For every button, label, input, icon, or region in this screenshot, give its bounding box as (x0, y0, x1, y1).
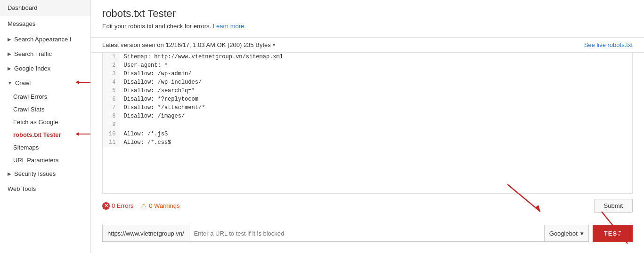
chevron-right-icon: ▶ (8, 171, 11, 176)
main-content: robots.txt Tester Edit your robots.txt a… (91, 0, 644, 253)
chevron-right-icon: ▶ (8, 66, 11, 71)
sidebar-item-search-traffic[interactable]: ▶ Search Traffic (0, 47, 90, 61)
error-icon: ✕ (102, 202, 110, 210)
code-line: 9 (103, 120, 632, 130)
test-arrow-annotation (587, 207, 635, 249)
sidebar-item-crawl-errors[interactable]: Crawl Errors (0, 90, 90, 103)
chevron-down-icon: ▾ (580, 230, 584, 237)
code-editor: 1Sitemap: http://www.vietnetgroup.vn/sit… (102, 53, 633, 194)
code-line: 11Allow: /*.css$ (103, 138, 632, 147)
submit-arrow-annotation (493, 180, 550, 217)
code-line: 10Allow: /*.js$ (103, 130, 632, 138)
code-line: 1Sitemap: http://www.vietnetgroup.vn/sit… (103, 53, 632, 61)
status-bar: ✕ 0 Errors ⚠ 0 Warnings Submit (91, 194, 644, 217)
page-title: robots.txt Tester (102, 8, 633, 20)
sidebar: Dashboard Messages ▶ Search Appearance i… (0, 0, 91, 253)
code-line: 7Disallow: */attachment/* (103, 103, 632, 112)
learn-more-link[interactable]: Learn more. (213, 23, 246, 30)
code-line: 6Disallow: *?replytocom (103, 95, 632, 103)
code-table: 1Sitemap: http://www.vietnetgroup.vn/sit… (103, 53, 632, 147)
version-info: Latest version seen on 12/16/17, 1:03 AM… (102, 41, 275, 48)
page-subtitle: Edit your robots.txt and check for error… (102, 23, 633, 30)
sidebar-item-crawl-stats[interactable]: Crawl Stats (0, 103, 90, 116)
version-bar: Latest version seen on 12/16/17, 1:03 AM… (91, 37, 644, 53)
code-line: 5Disallow: /search?q=* (103, 87, 632, 95)
sidebar-item-url-parameters[interactable]: URL Parameters (0, 154, 90, 166)
sidebar-item-security-issues[interactable]: ▶ Security Issues (0, 166, 90, 181)
red-arrow-annotation-active (74, 130, 91, 138)
sidebar-item-search-appearance[interactable]: ▶ Search Appearance i (0, 32, 90, 47)
warnings-badge: ⚠ 0 Warnings (141, 202, 179, 210)
url-input[interactable] (189, 225, 545, 242)
svg-marker-5 (535, 205, 540, 212)
page-header: robots.txt Tester Edit your robots.txt a… (91, 0, 644, 30)
code-line: 8Disallow: /images/ (103, 112, 632, 120)
chevron-right-icon: ▶ (8, 51, 11, 56)
chevron-right-icon: ▶ (8, 37, 11, 42)
errors-badge: ✕ 0 Errors (102, 202, 133, 210)
code-line: 2User-agent: * (103, 61, 632, 70)
error-warning-group: ✕ 0 Errors ⚠ 0 Warnings (102, 202, 180, 210)
url-test-bar: https://www.vietnetgroup.vn/ Googlebot ▾… (102, 225, 633, 242)
sidebar-item-sitemaps[interactable]: Sitemaps (0, 141, 90, 154)
svg-marker-3 (75, 132, 79, 136)
sidebar-item-robots-txt-tester[interactable]: robots.txt Tester (0, 128, 90, 141)
warning-triangle-icon: ⚠ (141, 202, 147, 210)
version-dropdown-icon[interactable]: ▾ (273, 42, 275, 47)
sidebar-item-google-index[interactable]: ▶ Google Index (0, 61, 90, 76)
code-line: 3Disallow: /wp-admin/ (103, 70, 632, 78)
sidebar-item-dashboard[interactable]: Dashboard (0, 0, 90, 16)
info-icon[interactable]: i (70, 36, 71, 43)
googlebot-select[interactable]: Googlebot ▾ (545, 225, 589, 242)
svg-marker-1 (75, 80, 79, 84)
sidebar-item-web-tools[interactable]: Web Tools (0, 181, 90, 197)
see-live-link[interactable]: See live robots.txt (584, 41, 633, 48)
chevron-down-icon: ▼ (8, 80, 12, 86)
sidebar-item-fetch-as-google[interactable]: Fetch as Google (0, 116, 90, 128)
red-arrow-annotation (74, 79, 91, 86)
sidebar-item-crawl[interactable]: ▼ Crawl (0, 76, 90, 90)
sidebar-item-messages[interactable]: Messages (0, 16, 90, 32)
url-prefix: https://www.vietnetgroup.vn/ (102, 225, 189, 242)
code-line: 4Disallow: /wp-includes/ (103, 78, 632, 87)
